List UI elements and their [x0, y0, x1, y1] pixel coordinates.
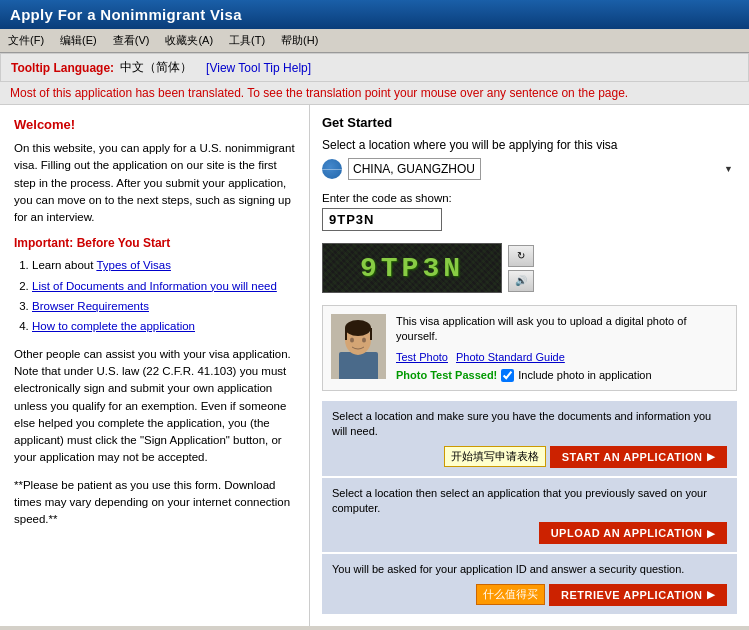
important-before-start-title: Important: Before You Start — [14, 236, 295, 250]
start-button-row: 开始填写申请表格 START AN APPLICATION ▶ — [332, 446, 727, 468]
svg-point-7 — [362, 338, 366, 343]
start-application-text: Select a location and make sure you have… — [332, 409, 727, 440]
menu-edit[interactable]: 编辑(E) — [56, 31, 101, 50]
start-application-button[interactable]: START AN APPLICATION ▶ — [550, 446, 727, 468]
captcha-buttons: ↻ 🔊 — [508, 245, 534, 292]
svg-rect-1 — [339, 352, 378, 379]
svg-point-6 — [350, 338, 354, 343]
list-item-1: Learn about Types of Visas — [32, 256, 295, 274]
start-tooltip: 开始填写申请表格 — [444, 446, 546, 467]
svg-rect-4 — [345, 328, 347, 340]
include-photo-checkbox[interactable] — [501, 369, 514, 382]
browser-requirements-link[interactable]: Browser Requirements — [32, 300, 149, 312]
menu-tools[interactable]: 工具(T) — [225, 31, 269, 50]
upload-application-text: Select a location then select an applica… — [332, 486, 727, 517]
upload-button-row: UPLOAD AN APPLICATION ▶ — [332, 522, 727, 544]
retrieve-button-row: 什么值得买 RETRIEVE APPLICATION ▶ — [332, 584, 727, 606]
start-arrow-icon: ▶ — [707, 451, 716, 462]
upload-application-block: Select a location then select an applica… — [322, 478, 737, 553]
photo-preview — [331, 314, 386, 379]
title-bar: Apply For a Nonimmigrant Visa — [0, 0, 749, 29]
photo-passed-text: Photo Test Passed! — [396, 369, 497, 381]
list-of-documents-link[interactable]: List of Documents and Information you wi… — [32, 280, 277, 292]
get-started-title: Get Started — [322, 115, 737, 130]
location-select-wrapper: CHINA, GUANGZHOU — [348, 158, 737, 180]
translation-notice: Most of this application has been transl… — [0, 82, 749, 105]
list-item-2: List of Documents and Information you wi… — [32, 277, 295, 295]
photo-check-row: Photo Test Passed! Include photo in appl… — [396, 369, 728, 382]
captcha-refresh-button[interactable]: ↻ — [508, 245, 534, 267]
globe-icon — [322, 159, 342, 179]
retrieve-application-button[interactable]: RETRIEVE APPLICATION ▶ — [549, 584, 727, 606]
photo-section: This visa application will ask you to up… — [322, 305, 737, 391]
upload-arrow-icon: ▶ — [707, 528, 716, 539]
photo-links: Test Photo Photo Standard Guide — [396, 351, 728, 363]
retrieve-application-text: You will be asked for your application I… — [332, 562, 727, 577]
action-section: Select a location and make sure you have… — [322, 401, 737, 614]
patience-notice-text: **Please be patient as you use this form… — [14, 477, 295, 529]
svg-rect-5 — [370, 328, 372, 340]
retrieve-tooltip: 什么值得买 — [476, 584, 545, 605]
photo-standard-guide-link[interactable]: Photo Standard Guide — [456, 351, 565, 363]
include-photo-label: Include photo in application — [518, 369, 651, 381]
captcha-audio-button[interactable]: 🔊 — [508, 270, 534, 292]
photo-info: This visa application will ask you to up… — [396, 314, 728, 382]
menu-help[interactable]: 帮助(H) — [277, 31, 322, 50]
welcome-title: Welcome! — [14, 117, 295, 132]
right-panel: Get Started Select a location where you … — [310, 105, 749, 626]
location-label: Select a location where you will be appl… — [322, 138, 737, 152]
svg-point-3 — [345, 320, 371, 336]
location-select-row: CHINA, GUANGZHOU — [322, 158, 737, 180]
left-panel: Welcome! On this website, you can apply … — [0, 105, 310, 626]
test-photo-link[interactable]: Test Photo — [396, 351, 448, 363]
tooltip-language-value: 中文（简体） — [120, 59, 192, 76]
page-title: Apply For a Nonimmigrant Visa — [10, 6, 242, 23]
list-item-3: Browser Requirements — [32, 297, 295, 315]
code-section: Enter the code as shown: — [322, 192, 737, 231]
code-label: Enter the code as shown: — [322, 192, 737, 204]
captcha-input[interactable] — [322, 208, 442, 231]
captcha-row: 9TP3N ↻ 🔊 — [322, 243, 737, 293]
location-select[interactable]: CHINA, GUANGZHOU — [348, 158, 481, 180]
upload-application-button[interactable]: UPLOAD AN APPLICATION ▶ — [539, 522, 727, 544]
types-of-visas-link[interactable]: Types of Visas — [96, 259, 171, 271]
tooltip-language-label: Tooltip Language: — [11, 61, 114, 75]
retrieve-arrow-icon: ▶ — [707, 589, 716, 600]
tooltip-bar: Tooltip Language: 中文（简体） [View Tool Tip … — [0, 53, 749, 82]
menu-favorites[interactable]: 收藏夹(A) — [161, 31, 217, 50]
retrieve-application-block: You will be asked for your application I… — [322, 554, 737, 613]
legal-notice-text: Other people can assist you with your vi… — [14, 346, 295, 467]
before-start-list: Learn about Types of Visas List of Docum… — [32, 256, 295, 336]
captcha-image: 9TP3N — [322, 243, 502, 293]
photo-description: This visa application will ask you to up… — [396, 314, 728, 345]
intro-text: On this website, you can apply for a U.S… — [14, 140, 295, 226]
list-item-4: How to complete the application — [32, 317, 295, 335]
menu-file[interactable]: 文件(F) — [4, 31, 48, 50]
captcha-display-text: 9TP3N — [360, 253, 464, 284]
menu-bar: 文件(F) 编辑(E) 查看(V) 收藏夹(A) 工具(T) 帮助(H) — [0, 29, 749, 53]
main-content: Welcome! On this website, you can apply … — [0, 105, 749, 626]
menu-view[interactable]: 查看(V) — [109, 31, 154, 50]
start-application-block: Select a location and make sure you have… — [322, 401, 737, 476]
how-to-complete-link[interactable]: How to complete the application — [32, 320, 195, 332]
view-tooltip-help-link[interactable]: [View Tool Tip Help] — [206, 61, 311, 75]
